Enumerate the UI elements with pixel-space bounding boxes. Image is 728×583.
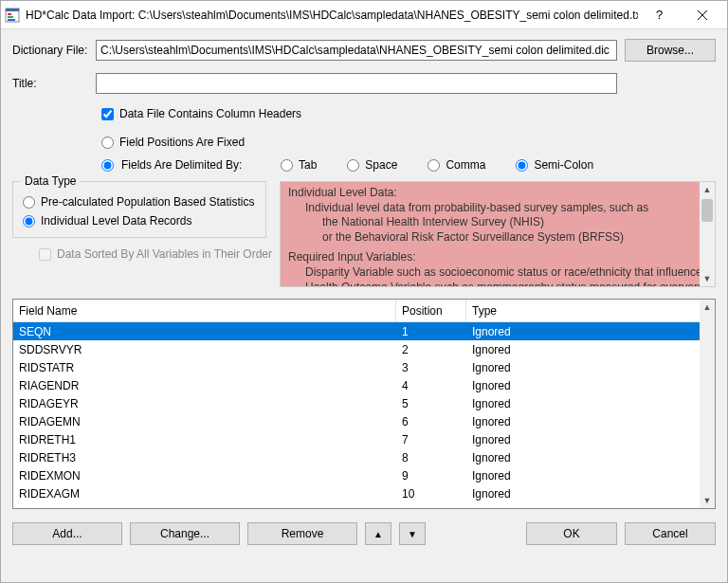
app-icon (5, 8, 20, 23)
info-line: the National Health Interview Survey (NH… (288, 215, 707, 230)
delimiter-semicolon-radio[interactable] (516, 159, 528, 172)
delimited-by-label: Fields Are Delimited By: (121, 158, 245, 172)
close-button[interactable] (681, 1, 723, 28)
table-header: Field Name Position Type (13, 300, 715, 322)
cell-field-name: RIDAGEMN (13, 415, 396, 428)
title-input[interactable] (96, 73, 617, 94)
info-line: Disparity Variable such as socioeconomic… (288, 265, 707, 281)
precalc-radio[interactable] (23, 196, 35, 209)
cell-field-name: SEQN (13, 325, 396, 338)
scroll-down-icon[interactable]: ▼ (700, 493, 715, 508)
info-line: or the Behavioral Risk Factor Surveillan… (288, 230, 707, 246)
titlebar: HD*Calc Data Import: C:\Users\steahlm\Do… (1, 1, 727, 29)
cell-field-name: RIAGENDR (13, 379, 396, 392)
add-button[interactable]: Add... (12, 522, 122, 545)
delimited-by-radio[interactable] (101, 159, 114, 172)
info-heading-2: Required Input Variables: (288, 250, 707, 265)
delimiter-space-label: Space (365, 158, 397, 172)
table-row[interactable]: RIDRETH38Ignored (13, 448, 715, 466)
svg-rect-1 (6, 9, 19, 11)
cell-position: 2 (396, 343, 466, 356)
remove-button[interactable]: Remove (247, 522, 357, 545)
cell-type: Ignored (466, 361, 715, 374)
table-row[interactable]: RIDSTATR3Ignored (13, 358, 715, 376)
table-row[interactable]: RIDEXAGM10Ignored (13, 484, 715, 502)
fields-table: Field Name Position Type SEQN1IgnoredSDD… (12, 299, 716, 509)
delimiter-semicolon-label: Semi-Colon (534, 158, 593, 172)
data-type-legend: Data Type (21, 174, 80, 188)
cell-position: 8 (396, 451, 466, 465)
delimiter-comma-label: Comma (446, 158, 485, 172)
cell-field-name: RIDSTATR (13, 361, 396, 374)
individual-label: Individual Level Data Records (41, 214, 191, 228)
sorted-checkbox (39, 248, 51, 261)
info-scrollbar[interactable]: ▲ ▼ (700, 182, 715, 286)
contains-headers-checkbox[interactable] (101, 108, 114, 120)
cell-type: Ignored (466, 469, 715, 483)
cell-position: 1 (396, 325, 466, 338)
scroll-up-icon[interactable]: ▲ (700, 300, 715, 315)
info-panel: Individual Level Data: Individual level … (280, 181, 716, 287)
cell-type: Ignored (466, 397, 715, 410)
cell-type: Ignored (466, 379, 715, 392)
cell-field-name: SDDSRVYR (13, 343, 396, 356)
dictionary-file-input[interactable] (96, 40, 617, 61)
table-row[interactable]: RIDAGEYR5Ignored (13, 394, 715, 412)
svg-rect-2 (8, 13, 11, 15)
cell-type: Ignored (466, 433, 715, 446)
cell-type: Ignored (466, 325, 715, 338)
window-title: HD*Calc Data Import: C:\Users\steahlm\Do… (26, 9, 638, 22)
scroll-thumb[interactable] (701, 199, 713, 222)
dialog-window: HD*Calc Data Import: C:\Users\steahlm\Do… (0, 0, 728, 583)
table-row[interactable]: SDDSRVYR2Ignored (13, 340, 715, 358)
help-button[interactable]: ? (638, 1, 681, 28)
svg-rect-4 (8, 19, 15, 21)
svg-rect-3 (8, 16, 13, 18)
cell-type: Ignored (466, 451, 715, 465)
info-line: Individual level data from probability-b… (288, 201, 707, 216)
fixed-positions-label: Field Positions Are Fixed (119, 136, 245, 149)
cell-position: 6 (396, 415, 466, 428)
scroll-down-icon[interactable]: ▼ (700, 271, 715, 286)
move-down-button[interactable]: ▼ (399, 522, 426, 545)
delimiter-tab-radio[interactable] (281, 159, 293, 172)
table-scrollbar[interactable]: ▲ ▼ (700, 300, 715, 508)
data-type-fieldset: Data Type Pre-calculated Population Base… (12, 181, 266, 238)
cell-type: Ignored (466, 343, 715, 356)
delimiter-tab-label: Tab (299, 158, 317, 172)
move-up-button[interactable]: ▲ (365, 522, 391, 545)
cell-field-name: RIDRETH1 (13, 433, 396, 446)
change-button[interactable]: Change... (130, 522, 240, 545)
browse-button[interactable]: Browse... (625, 39, 716, 62)
cell-field-name: RIDRETH3 (13, 451, 396, 465)
info-line: Health Outcome Variable such as mammogra… (288, 281, 707, 287)
table-row[interactable]: RIDAGEMN6Ignored (13, 412, 715, 430)
delimiter-comma-radio[interactable] (428, 159, 440, 172)
cell-type: Ignored (466, 487, 715, 501)
cell-position: 10 (396, 487, 466, 501)
cell-field-name: RIDEXAGM (13, 487, 396, 501)
cell-position: 3 (396, 361, 466, 374)
cell-field-name: RIDAGEYR (13, 397, 396, 410)
title-label: Title: (12, 77, 88, 90)
cell-position: 9 (396, 469, 466, 483)
cell-position: 4 (396, 379, 466, 392)
cancel-button[interactable]: Cancel (625, 522, 716, 545)
dictionary-file-label: Dictionary File: (12, 44, 88, 57)
precalc-label: Pre-calculated Population Based Statisti… (41, 195, 254, 209)
col-field-name[interactable]: Field Name (13, 300, 396, 321)
table-row[interactable]: SEQN1Ignored (13, 322, 715, 340)
col-type[interactable]: Type (466, 300, 715, 321)
col-position[interactable]: Position (396, 300, 466, 321)
individual-radio[interactable] (23, 215, 35, 228)
cell-field-name: RIDEXMON (13, 469, 396, 483)
table-row[interactable]: RIAGENDR4Ignored (13, 376, 715, 394)
sorted-label: Data Sorted By All Variables in Their Or… (57, 247, 272, 261)
contains-headers-label: Data File Contains Column Headers (119, 107, 301, 120)
fixed-positions-radio[interactable] (101, 137, 114, 149)
table-row[interactable]: RIDRETH17Ignored (13, 430, 715, 448)
delimiter-space-radio[interactable] (347, 159, 359, 172)
ok-button[interactable]: OK (526, 522, 617, 545)
scroll-up-icon[interactable]: ▲ (700, 182, 715, 197)
table-row[interactable]: RIDEXMON9Ignored (13, 466, 715, 484)
